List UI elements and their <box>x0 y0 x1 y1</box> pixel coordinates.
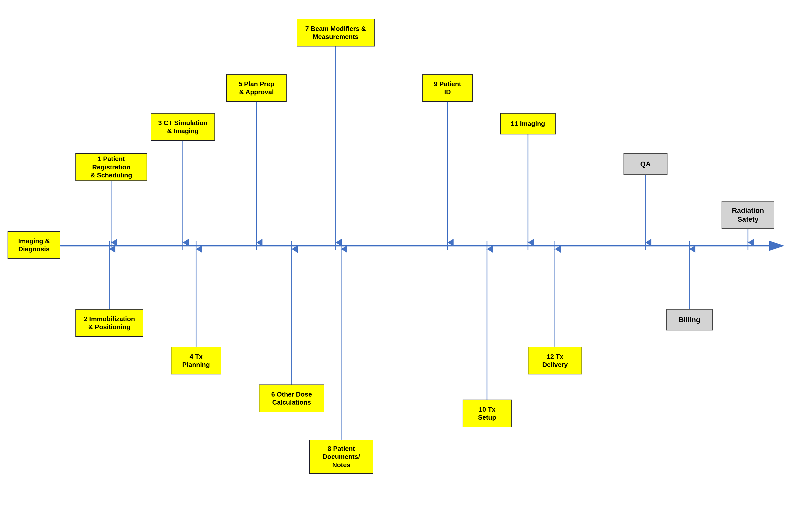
box3: 3 CT Simulation& Imaging <box>151 113 215 141</box>
radiation-safety-box: RadiationSafety <box>722 201 775 229</box>
box8: 8 PatientDocuments/Notes <box>309 440 373 474</box>
box6: 6 Other DoseCalculations <box>259 384 324 412</box>
box10: 10 TxSetup <box>463 400 511 427</box>
box2: 2 Immobilization& Positioning <box>75 309 143 337</box>
box7: 7 Beam Modifiers &Measurements <box>297 19 375 46</box>
box11: 11 Imaging <box>500 113 556 134</box>
flow-lines <box>0 0 802 532</box>
box9: 9 PatientID <box>422 74 473 102</box>
box5: 5 Plan Prep& Approval <box>226 74 286 102</box>
box12: 12 TxDelivery <box>528 347 582 375</box>
imaging-diagnosis-box: Imaging &Diagnosis <box>7 231 60 259</box>
qa-box: QA <box>623 153 668 175</box>
box4: 4 TxPlanning <box>171 347 221 375</box>
billing-box: Billing <box>666 309 713 330</box>
diagram: Imaging &Diagnosis 1 Patient Registratio… <box>0 0 802 532</box>
box1: 1 Patient Registration& Scheduling <box>75 153 147 181</box>
